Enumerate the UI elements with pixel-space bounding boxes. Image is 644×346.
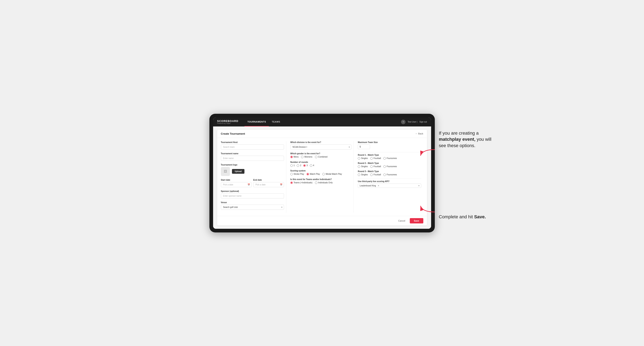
teams-radio-group: Teams (+Individuals) Individuals Only	[290, 181, 352, 184]
end-date-label: End date	[253, 179, 284, 181]
api-group: Use third-party live scoring API? Leader…	[358, 180, 421, 188]
nav-link-tournaments[interactable]: TOURNAMENTS	[244, 117, 269, 127]
end-date-wrapper: 📅	[253, 182, 284, 187]
annotation-right: If you are creating a matchplay event, y…	[439, 130, 492, 149]
cancel-button[interactable]: Cancel	[396, 218, 408, 223]
round3-label: Round 3 - Match Type	[358, 170, 421, 173]
api-remove-icon[interactable]: ✕	[378, 184, 379, 187]
form-card: Create Tournament ← Back Tournament Host	[217, 130, 427, 225]
end-date-input[interactable]	[253, 182, 284, 187]
brand-title: SCOREBOARD	[217, 120, 238, 123]
round-2[interactable]: 2	[297, 164, 301, 167]
individuals-option[interactable]: Individuals Only	[315, 181, 333, 184]
api-multi-select[interactable]: Leaderboard King ✕ ▾	[358, 183, 421, 188]
annotation-right-text1: If you are creating a	[439, 131, 479, 136]
teams-option[interactable]: Teams (+Individuals)	[290, 181, 312, 184]
max-team-size-input[interactable]	[358, 145, 370, 149]
scoring-match[interactable]: Match Play	[306, 173, 320, 175]
arrow-bottom-svg	[418, 202, 437, 214]
annotation-bottom-right: Complete and hit Save.	[439, 214, 492, 220]
round1-foursomes[interactable]: Foursomes	[383, 157, 397, 160]
round1-fourball[interactable]: Fourball	[370, 157, 381, 160]
nav-link-teams[interactable]: TEAMS	[269, 117, 283, 127]
gender-mens[interactable]: Mens	[290, 156, 298, 158]
division-label: Which division is the event for?	[290, 141, 352, 144]
signout-link[interactable]: Sign out	[420, 121, 427, 123]
round3-match-type: Round 3 - Match Type Singles Fourball	[358, 170, 421, 176]
division-select-wrapper: NCAA Division I	[290, 145, 352, 150]
upload-button[interactable]: Upload	[232, 169, 245, 174]
start-date-wrapper: 📅	[221, 182, 252, 187]
round1-label: Round 1 - Match Type	[358, 154, 421, 156]
round2-match-type: Round 2 - Match Type Singles Fourball	[358, 162, 421, 168]
tablet-screen: SCOREBOARD Powered by clippit TOURNAMENT…	[213, 117, 431, 229]
dates-group: Start date 📅 End date	[221, 179, 284, 187]
rounds-group: Number of rounds 1 2 3	[290, 161, 352, 167]
scoring-medal[interactable]: Medal Match Play	[322, 173, 342, 175]
tournament-host-label: Tournament Host	[221, 141, 284, 144]
round2-fourball[interactable]: Fourball	[370, 165, 381, 168]
save-button[interactable]: Save	[410, 218, 423, 223]
round-1[interactable]: 1	[290, 164, 295, 167]
sponsor-input[interactable]	[221, 193, 284, 198]
back-link[interactable]: ← Back	[415, 132, 423, 135]
tournament-name-input[interactable]	[221, 156, 284, 161]
round1-singles[interactable]: Singles	[358, 157, 368, 160]
round3-radio-group: Singles Fourball Foursomes	[358, 173, 421, 176]
venue-group: Venue Search golf club	[221, 201, 284, 210]
start-date-input[interactable]	[221, 182, 252, 187]
brand-sub: Powered by clippit	[217, 123, 238, 124]
rounds-radio-group: 1 2 3 4	[290, 164, 352, 167]
api-dropdown-arrow: ▾	[418, 184, 420, 187]
venue-label: Venue	[221, 201, 284, 204]
gender-combined[interactable]: Combined	[315, 156, 328, 158]
round2-foursomes[interactable]: Foursomes	[383, 165, 397, 168]
form-body: Tournament Host Tournament name Tourname…	[217, 138, 427, 216]
arrow-right-svg	[418, 148, 437, 160]
annotation-right-bold: matchplay event,	[439, 137, 476, 142]
gender-radio-group: Mens Womens Combined	[290, 156, 352, 158]
start-date-label: Start date	[221, 179, 252, 181]
round3-fourball[interactable]: Fourball	[370, 173, 381, 176]
form-col-2: Which division is the event for? NCAA Di…	[288, 141, 354, 213]
sponsor-group: Sponsor (optional)	[221, 190, 284, 198]
nav-right: T Test User | Sign out	[401, 120, 427, 124]
division-group: Which division is the event for? NCAA Di…	[290, 141, 352, 150]
tournament-host-group: Tournament Host	[221, 141, 284, 150]
nav-user-text: Test User |	[408, 121, 418, 123]
venue-select[interactable]: Search golf club	[221, 205, 284, 210]
venue-select-wrapper: Search golf club	[221, 205, 284, 210]
date-row: Start date 📅 End date	[221, 179, 284, 187]
round1-radio-group: Singles Fourball Foursomes	[358, 157, 421, 160]
division-select[interactable]: NCAA Division I	[290, 145, 352, 150]
avatar: T	[401, 120, 406, 124]
round3-foursomes[interactable]: Foursomes	[383, 173, 397, 176]
tournament-logo-group: Tournament logo 🖼 Upload	[221, 164, 284, 176]
divider-1	[358, 152, 421, 152]
tournament-host-input[interactable]	[221, 145, 284, 150]
divider-2	[358, 178, 421, 179]
main-content: Create Tournament ← Back Tournament Host	[213, 127, 431, 229]
scoring-stroke[interactable]: Stroke Play	[290, 173, 304, 175]
max-team-size-group: Maximum Team Size	[358, 141, 421, 149]
rounds-label: Number of rounds	[290, 161, 352, 163]
form-footer: Cancel Save	[217, 216, 427, 225]
scoring-label: Scoring system	[290, 170, 352, 172]
form-title: Create Tournament	[221, 132, 245, 135]
round-3[interactable]: 3	[303, 164, 308, 167]
scoring-radio-group: Stroke Play Match Play Medal Match Play	[290, 173, 352, 175]
round-4[interactable]: 4	[310, 164, 314, 167]
api-tag-label: Leaderboard King	[360, 184, 376, 187]
tournament-name-label: Tournament name	[221, 153, 284, 155]
teams-label: Is this event for Teams and/or Individua…	[290, 178, 352, 180]
gender-womens[interactable]: Womens	[301, 156, 312, 158]
round2-singles[interactable]: Singles	[358, 165, 368, 168]
api-selected-tag: Leaderboard King ✕	[360, 184, 379, 187]
tablet-frame: SCOREBOARD Powered by clippit TOURNAMENT…	[210, 114, 435, 232]
round3-singles[interactable]: Singles	[358, 173, 368, 176]
round1-match-type: Round 1 - Match Type Singles Fourball	[358, 154, 421, 160]
annotation-bottom-text1: Complete and hit	[439, 214, 474, 219]
tournament-name-group: Tournament name	[221, 153, 284, 161]
logo-area: 🖼 Upload	[221, 167, 284, 176]
tournament-logo-label: Tournament logo	[221, 164, 284, 166]
